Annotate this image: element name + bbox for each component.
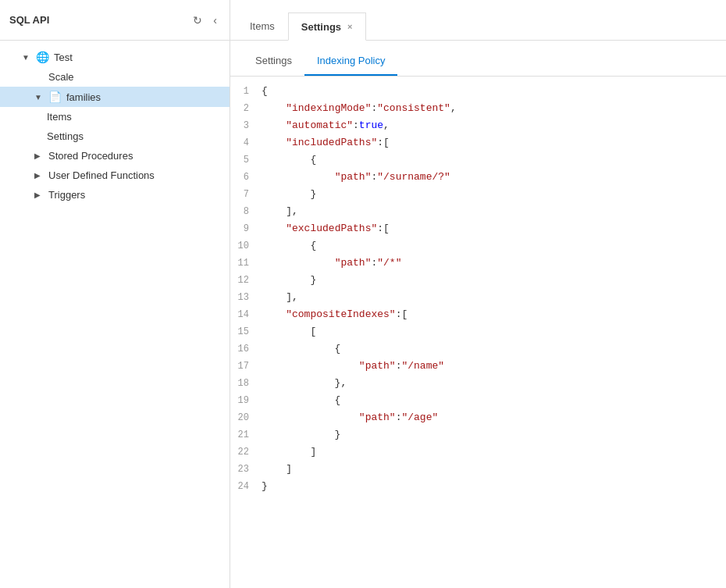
back-button[interactable]: ‹ xyxy=(210,12,220,28)
line-number: 7 xyxy=(230,186,262,203)
code-line: 10 { xyxy=(230,237,726,255)
line-number: 8 xyxy=(230,203,262,220)
sidebar-item-stored-procedures[interactable]: ▶ Stored Procedures xyxy=(0,146,230,166)
line-number: 1 xyxy=(230,83,262,100)
code-line: 13 ], xyxy=(230,289,726,306)
sidebar-item-label: User Defined Functions xyxy=(48,169,155,181)
main-content: ▼ 🌐 Test Scale ▼ 📄 families Items Settin… xyxy=(0,41,726,588)
line-number: 22 xyxy=(230,444,262,461)
sidebar-item-udf[interactable]: ▶ User Defined Functions xyxy=(0,166,230,185)
line-number: 9 xyxy=(230,220,262,237)
globe-icon: 🌐 xyxy=(36,51,49,63)
code-line: 7 } xyxy=(230,186,726,203)
line-number: 6 xyxy=(230,169,262,186)
line-content: } xyxy=(262,478,726,495)
line-content: } xyxy=(262,186,726,203)
arrow-spacer xyxy=(34,73,44,81)
line-content: "path":"/age" xyxy=(262,409,726,426)
line-number: 21 xyxy=(230,426,262,444)
sub-tabs: Settings Indexing Policy xyxy=(230,41,726,77)
code-line: 19 { xyxy=(230,392,726,409)
sidebar-item-triggers[interactable]: ▶ Triggers xyxy=(0,185,230,205)
sidebar-item-families[interactable]: ▼ 📄 families xyxy=(0,87,230,107)
line-content: { xyxy=(262,237,726,255)
top-bar-icons: ↻ ‹ xyxy=(190,12,220,28)
sidebar-item-scale[interactable]: Scale xyxy=(0,67,230,87)
line-content: }, xyxy=(262,375,726,392)
line-number: 10 xyxy=(230,237,262,255)
sidebar-item-settings[interactable]: Settings xyxy=(0,127,230,146)
refresh-button[interactable]: ↻ xyxy=(190,12,205,28)
line-number: 14 xyxy=(230,306,262,323)
code-line: 22 ] xyxy=(230,444,726,461)
line-content: "path":"/surname/?" xyxy=(262,169,726,186)
line-number: 23 xyxy=(230,461,262,478)
line-content: { xyxy=(262,151,726,169)
line-number: 13 xyxy=(230,289,262,306)
code-line: 1{ xyxy=(230,83,726,100)
code-line: 12 } xyxy=(230,272,726,289)
line-content: ] xyxy=(262,444,726,461)
line-content: "path":"/name" xyxy=(262,358,726,375)
line-number: 3 xyxy=(230,117,262,134)
line-content: } xyxy=(262,426,726,444)
code-line: 3 "automatic":true, xyxy=(230,117,726,134)
code-line: 20 "path":"/age" xyxy=(230,409,726,426)
code-line: 11 "path":"/*" xyxy=(230,255,726,272)
arrow-icon: ▶ xyxy=(34,171,44,180)
line-content: ], xyxy=(262,289,726,306)
line-number: 20 xyxy=(230,409,262,426)
line-content: ], xyxy=(262,203,726,220)
line-content: "compositeIndexes":[ xyxy=(262,306,726,323)
line-number: 15 xyxy=(230,323,262,340)
line-content: "automatic":true, xyxy=(262,117,726,134)
app-title: SQL API xyxy=(9,14,49,26)
sub-tab-indexing-label: Indexing Policy xyxy=(317,55,385,66)
code-line: 5 { xyxy=(230,151,726,169)
code-line: 9 "excludedPaths":[ xyxy=(230,220,726,237)
line-content: { xyxy=(262,83,726,100)
line-number: 12 xyxy=(230,272,262,289)
code-line: 8 ], xyxy=(230,203,726,220)
sub-tab-indexing-policy[interactable]: Indexing Policy xyxy=(304,50,397,76)
sidebar-item-items[interactable]: Items xyxy=(0,107,230,127)
tab-settings[interactable]: Settings × xyxy=(288,12,366,41)
line-content: "path":"/*" xyxy=(262,255,726,272)
line-number: 11 xyxy=(230,255,262,272)
code-line: 16 { xyxy=(230,340,726,358)
tab-items-label: Items xyxy=(250,20,275,32)
line-content: { xyxy=(262,340,726,358)
code-line: 24} xyxy=(230,478,726,495)
sidebar-item-label: Items xyxy=(47,111,72,123)
code-line: 2 "indexingMode":"consistent", xyxy=(230,100,726,117)
top-bar: SQL API ↻ ‹ Items Settings × xyxy=(0,0,726,41)
sidebar: ▼ 🌐 Test Scale ▼ 📄 families Items Settin… xyxy=(0,41,230,588)
tab-close-icon[interactable]: × xyxy=(347,22,352,31)
code-line: 4 "includedPaths":[ xyxy=(230,134,726,151)
line-number: 24 xyxy=(230,478,262,495)
arrow-icon: ▶ xyxy=(34,191,44,199)
arrow-icon: ▼ xyxy=(22,53,31,62)
right-panel: Settings Indexing Policy 1{2 "indexingMo… xyxy=(230,41,726,588)
line-content: "indexingMode":"consistent", xyxy=(262,100,726,117)
code-line: 6 "path":"/surname/?" xyxy=(230,169,726,186)
line-number: 4 xyxy=(230,134,262,151)
top-bar-left: SQL API ↻ ‹ xyxy=(0,0,230,40)
line-number: 17 xyxy=(230,358,262,375)
line-content: "excludedPaths":[ xyxy=(262,220,726,237)
line-content: } xyxy=(262,272,726,289)
code-line: 18 }, xyxy=(230,375,726,392)
code-line: 21 } xyxy=(230,426,726,444)
sub-tab-settings[interactable]: Settings xyxy=(243,50,304,76)
sidebar-item-label: Stored Procedures xyxy=(48,150,133,162)
code-line: 14 "compositeIndexes":[ xyxy=(230,306,726,323)
sidebar-item-label: Settings xyxy=(47,130,84,142)
line-number: 2 xyxy=(230,100,262,117)
code-line: 15 [ xyxy=(230,323,726,340)
line-number: 16 xyxy=(230,340,262,358)
code-editor[interactable]: 1{2 "indexingMode":"consistent",3 "autom… xyxy=(230,77,726,588)
tab-items[interactable]: Items xyxy=(237,12,288,40)
sidebar-item-test[interactable]: ▼ 🌐 Test xyxy=(0,47,230,67)
sub-tab-settings-label: Settings xyxy=(255,55,292,66)
line-content: { xyxy=(262,392,726,409)
